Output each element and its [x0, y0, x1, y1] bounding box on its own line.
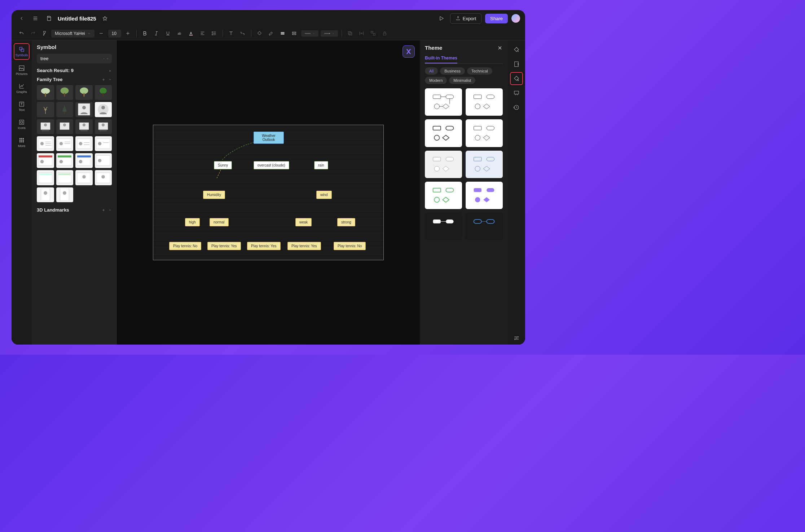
theme-item[interactable]: [425, 88, 462, 116]
line-spacing-button[interactable]: [210, 29, 219, 38]
theme-item[interactable]: [425, 119, 462, 147]
strikethrough-button[interactable]: ab: [175, 29, 184, 38]
node-leaf-3[interactable]: Play tennis: Yes: [247, 242, 281, 250]
filter-modern[interactable]: Modern: [425, 77, 447, 84]
ai-assistant-badge[interactable]: [402, 45, 415, 58]
bold-button[interactable]: [140, 29, 150, 38]
clear-icon[interactable]: [103, 56, 105, 61]
theme-item[interactable]: [466, 88, 503, 116]
user-avatar[interactable]: [511, 14, 520, 23]
chevron-up-icon[interactable]: [108, 208, 112, 212]
filter-minimalist[interactable]: Minimalist: [449, 77, 475, 84]
nav-more[interactable]: More: [14, 135, 30, 150]
symbol-card-2[interactable]: [56, 119, 74, 134]
fill-color-button[interactable]: [255, 29, 264, 38]
node-weak[interactable]: weak: [295, 218, 312, 226]
text-tool-button[interactable]: [226, 29, 236, 38]
nav-text[interactable]: Text: [14, 99, 30, 114]
font-size-input[interactable]: 10: [108, 30, 121, 37]
symbol-search[interactable]: [37, 54, 112, 63]
symbol-card-4[interactable]: [95, 119, 112, 134]
symbol-id-plain[interactable]: [95, 153, 112, 168]
favorite-star-icon[interactable]: [100, 13, 110, 23]
node-humidity[interactable]: Humidity: [203, 191, 225, 199]
theme-item[interactable]: [466, 151, 503, 178]
theme-item[interactable]: [466, 119, 503, 147]
close-icon[interactable]: [497, 45, 503, 51]
collapse-icon[interactable]: [108, 69, 112, 72]
symbol-badge-1[interactable]: [37, 187, 54, 202]
symbol-tree-4[interactable]: [95, 85, 112, 100]
canvas-area[interactable]: Weather Outlook Sunny overcast (cloude) …: [117, 40, 420, 345]
add-icon[interactable]: [102, 78, 105, 81]
connector-button[interactable]: [238, 29, 247, 38]
rnav-present[interactable]: [510, 87, 523, 99]
symbol-id-4[interactable]: [95, 136, 112, 151]
chevron-up-icon[interactable]: [108, 78, 112, 81]
undo-button[interactable]: [17, 29, 26, 38]
italic-button[interactable]: [152, 29, 161, 38]
node-strong[interactable]: strong: [337, 218, 355, 226]
nav-icons[interactable]: Icons: [14, 117, 30, 132]
add-icon[interactable]: [102, 208, 105, 212]
node-overcast[interactable]: overcast (cloude): [254, 161, 289, 169]
symbol-note-1[interactable]: [37, 170, 54, 185]
rnav-theme[interactable]: [510, 72, 523, 85]
group-button[interactable]: [369, 29, 378, 38]
symbol-tree-3[interactable]: [75, 85, 93, 100]
rnav-history[interactable]: [510, 101, 523, 114]
lock-button[interactable]: [380, 29, 390, 38]
symbol-photo-2[interactable]: [95, 170, 112, 185]
nav-symbols[interactable]: Symbols: [14, 43, 30, 60]
theme-item[interactable]: [466, 182, 503, 209]
theme-item[interactable]: [425, 151, 462, 178]
distribute-button[interactable]: [357, 29, 366, 38]
symbol-id-blue[interactable]: [75, 153, 93, 168]
node-leaf-5[interactable]: Play tennis: No: [334, 242, 366, 250]
node-rain[interactable]: rain: [314, 161, 328, 169]
symbol-badge-2[interactable]: [56, 187, 74, 202]
symbol-tree-1[interactable]: [37, 85, 54, 100]
export-button[interactable]: Export: [450, 13, 482, 24]
format-painter-icon[interactable]: [40, 29, 49, 38]
symbol-id-1[interactable]: [37, 136, 54, 151]
symbol-id-2[interactable]: [56, 136, 74, 151]
rnav-settings[interactable]: [510, 332, 523, 345]
layer-button[interactable]: [346, 29, 355, 38]
back-button[interactable]: [17, 13, 27, 23]
symbol-tree-2[interactable]: [56, 85, 74, 100]
node-leaf-4[interactable]: Play tennis: Yes: [287, 242, 321, 250]
share-button[interactable]: Share: [485, 14, 508, 23]
symbol-card-1[interactable]: [37, 119, 54, 134]
nav-graphs[interactable]: Graphs: [14, 81, 30, 96]
save-icon[interactable]: [44, 13, 54, 23]
node-leaf-1[interactable]: Play tennis: No: [169, 242, 201, 250]
line-weight-2[interactable]: [290, 29, 299, 38]
menu-button[interactable]: [30, 13, 40, 23]
node-sunny[interactable]: Sunny: [214, 161, 232, 169]
text-color-button[interactable]: [186, 29, 196, 38]
align-button[interactable]: [198, 29, 207, 38]
symbol-note-2[interactable]: [56, 170, 74, 185]
symbol-tree-bare[interactable]: [37, 102, 54, 117]
symbol-id-green[interactable]: [56, 153, 74, 168]
symbol-id-3[interactable]: [75, 136, 93, 151]
node-wind[interactable]: wind: [316, 191, 332, 199]
node-high[interactable]: high: [185, 218, 200, 226]
highlight-button[interactable]: [267, 29, 276, 38]
symbol-id-red[interactable]: [37, 153, 54, 168]
font-size-increase[interactable]: [123, 29, 133, 38]
symbol-card-3[interactable]: [75, 119, 93, 134]
nav-pictures[interactable]: Pictures: [14, 63, 30, 78]
theme-item[interactable]: [466, 213, 503, 240]
underline-button[interactable]: [163, 29, 173, 38]
node-normal[interactable]: normal: [210, 218, 229, 226]
search-input[interactable]: [40, 56, 101, 61]
node-root[interactable]: Weather Outlook: [254, 132, 284, 144]
search-icon[interactable]: [107, 56, 108, 61]
theme-item[interactable]: [425, 213, 462, 240]
symbol-photo-1[interactable]: [75, 170, 93, 185]
symbol-avatar-square[interactable]: [75, 102, 93, 117]
font-family-select[interactable]: Microsoft YaHei: [51, 30, 94, 37]
redo-button[interactable]: [28, 29, 38, 38]
